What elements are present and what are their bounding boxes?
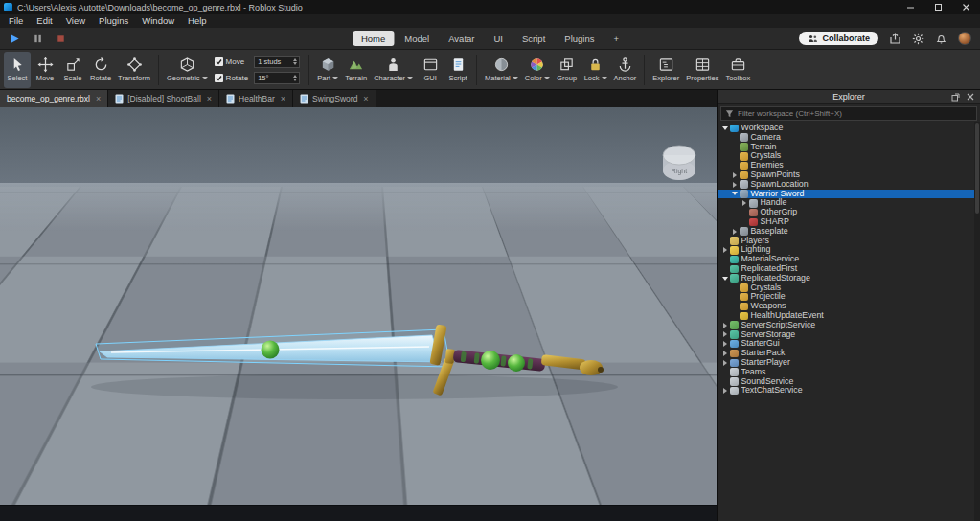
stepper-arrows-icon[interactable]: [293, 73, 297, 83]
snap-rotate-toggle[interactable]: Rotate: [215, 74, 249, 82]
insert-gui[interactable]: GUI: [417, 52, 444, 88]
insert-part[interactable]: Part: [314, 52, 341, 88]
scale-icon: [65, 57, 81, 73]
checkbox-checked-icon[interactable]: [215, 74, 223, 82]
close-panel-icon[interactable]: [967, 93, 974, 101]
tool-transform[interactable]: Transform: [115, 52, 153, 88]
ribbon-tab-home[interactable]: Home: [353, 31, 394, 46]
tool-select[interactable]: Select: [4, 52, 31, 88]
settings-icon[interactable]: [912, 33, 924, 45]
collaborate-label: Collaborate: [822, 34, 870, 43]
share-icon[interactable]: [889, 33, 901, 45]
close-button[interactable]: [952, 0, 980, 14]
menu-item-window[interactable]: Window: [135, 14, 181, 28]
expand-arrow-icon[interactable]: [740, 200, 748, 206]
maximize-button[interactable]: [924, 0, 952, 14]
stop-button[interactable]: [54, 34, 67, 44]
collaborate-button[interactable]: Collaborate: [799, 32, 878, 45]
doc-tab-become-op-genre-rbxl[interactable]: become_op_genre.rbxl×: [0, 90, 108, 107]
grip-gem[interactable]: [508, 354, 525, 372]
insert-script[interactable]: Script: [444, 52, 471, 88]
select-icon: [10, 57, 26, 73]
expand-arrow-icon[interactable]: [720, 247, 729, 253]
ribbon-tab-plugins[interactable]: Plugins: [556, 31, 603, 46]
menu-item-edit[interactable]: Edit: [30, 14, 58, 28]
explorer-scrollbar[interactable]: [974, 122, 980, 521]
explorer-panel: Explorer WorkspaceCameraTerrainCrystalsE…: [717, 90, 980, 521]
ribbon-tab-avatar[interactable]: Avatar: [440, 31, 483, 46]
view-selector[interactable]: Right: [657, 142, 701, 188]
expand-arrow-icon[interactable]: [730, 192, 739, 195]
expand-arrow-icon[interactable]: [720, 360, 729, 366]
menu-item-help[interactable]: Help: [181, 14, 214, 28]
expand-arrow-icon[interactable]: [720, 126, 729, 130]
grip-gem[interactable]: [481, 351, 500, 370]
edit-color[interactable]: Color: [522, 52, 553, 88]
doc-tab-disabled-shootball[interactable]: [Disabled] ShootBall×: [108, 90, 219, 107]
stepper-arrows-icon[interactable]: [293, 57, 297, 67]
edit-lock[interactable]: Lock: [581, 52, 610, 88]
blade-gem[interactable]: [262, 341, 280, 359]
window-toggle-toolbox[interactable]: Toolbox: [722, 52, 753, 88]
ribbon-tab-script[interactable]: Script: [513, 31, 554, 46]
menu-item-view[interactable]: View: [59, 14, 92, 28]
tree-item-handle[interactable]: Handle: [718, 198, 980, 208]
close-tab-icon[interactable]: ×: [281, 94, 285, 103]
close-tab-icon[interactable]: ×: [96, 94, 101, 103]
pause-button[interactable]: [31, 34, 44, 44]
popout-icon[interactable]: [951, 93, 960, 102]
expand-arrow-icon[interactable]: [720, 388, 729, 394]
menu-item-file[interactable]: File: [2, 14, 30, 28]
expand-arrow-icon[interactable]: [720, 277, 729, 281]
insert-character[interactable]: Character: [371, 52, 416, 88]
ribbon-tab-model[interactable]: Model: [396, 31, 438, 46]
doc-tab-swingsword[interactable]: SwingSword×: [293, 90, 376, 107]
snap-move-toggle[interactable]: Move: [215, 57, 249, 66]
ribbon-tab-add[interactable]: +: [604, 31, 627, 46]
expand-arrow-icon[interactable]: [720, 323, 729, 328]
edit-anchor[interactable]: Anchor: [611, 52, 640, 88]
tree-item-warrior-sword[interactable]: Warrior Sword: [718, 190, 980, 199]
ribbon-tab-ui[interactable]: UI: [485, 31, 512, 46]
close-tab-icon[interactable]: ×: [363, 94, 368, 103]
snap-move-stepper[interactable]: 1 studs: [254, 56, 300, 68]
expand-arrow-icon[interactable]: [730, 182, 739, 188]
menu-item-plugins[interactable]: Plugins: [92, 14, 135, 28]
snap-rotate-stepper[interactable]: 15°: [254, 72, 300, 84]
doc-tab-healthbar[interactable]: HealthBar×: [219, 90, 293, 107]
baseplate-icon: [740, 227, 748, 236]
expand-arrow-icon[interactable]: [720, 341, 729, 347]
minimize-button[interactable]: [897, 0, 924, 14]
checkbox-checked-icon[interactable]: [215, 57, 223, 66]
play-button[interactable]: [8, 34, 21, 44]
filter-input[interactable]: [738, 109, 972, 118]
avatar[interactable]: [958, 32, 971, 45]
expand-arrow-icon[interactable]: [720, 351, 729, 356]
mode-label: Geometric: [167, 74, 200, 82]
tree-item-othergrip[interactable]: OtherGrip: [718, 208, 980, 217]
terrain-icon: [348, 57, 364, 73]
expand-arrow-icon[interactable]: [730, 172, 739, 178]
window-toggle-properties[interactable]: Properties: [683, 52, 721, 88]
tree-item-textchatservice[interactable]: TextChatService: [718, 386, 980, 396]
script-icon: [450, 57, 467, 73]
scrollbar-thumb[interactable]: [975, 123, 979, 214]
expand-arrow-icon[interactable]: [730, 229, 739, 235]
mode-dropdown[interactable]: Geometric: [164, 52, 211, 88]
tool-scale[interactable]: Scale: [59, 52, 86, 88]
viewport-3d[interactable]: Right: [0, 107, 717, 505]
tool-rotate[interactable]: Rotate: [87, 52, 114, 88]
edit-group[interactable]: Group: [554, 52, 581, 88]
explorer-filter[interactable]: [720, 106, 977, 121]
explorer-header[interactable]: Explorer: [718, 90, 980, 104]
expand-arrow-icon[interactable]: [720, 331, 729, 337]
edit-material[interactable]: Material: [482, 52, 521, 88]
explorer-tree: WorkspaceCameraTerrainCrystalsEnemiesSpa…: [718, 122, 980, 521]
window-toggle-explorer[interactable]: Explorer: [650, 52, 682, 88]
handle-end[interactable]: [541, 354, 586, 371]
tool-move[interactable]: Move: [32, 52, 58, 88]
close-tab-icon[interactable]: ×: [207, 94, 212, 103]
notifications-icon[interactable]: [935, 33, 947, 45]
insert-terrain[interactable]: Terrain: [342, 52, 370, 88]
warrior-sword-model[interactable]: [0, 107, 717, 505]
